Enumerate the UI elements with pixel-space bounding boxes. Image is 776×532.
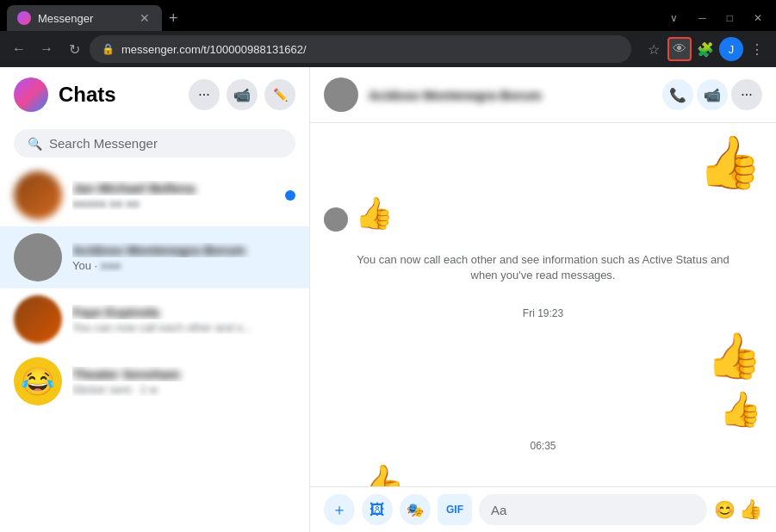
- address-text: messenger.com/t/100000988131662/: [121, 43, 307, 56]
- profile-icon[interactable]: J: [719, 37, 743, 61]
- extension-icon[interactable]: 👁: [667, 37, 692, 61]
- tab-title: Messenger: [38, 12, 131, 25]
- reload-button[interactable]: ↻: [62, 37, 86, 61]
- new-tab-button[interactable]: +: [169, 9, 178, 28]
- message-input[interactable]: Aa: [479, 494, 707, 525]
- message-row: 👍: [324, 389, 762, 430]
- like-button[interactable]: 👍: [739, 498, 762, 521]
- chat-name: Theater Sensham: [72, 367, 295, 381]
- avatar: [14, 295, 62, 343]
- input-placeholder: Aa: [491, 503, 506, 517]
- compose-button[interactable]: ✏️: [264, 79, 295, 110]
- avatar: [14, 233, 62, 281]
- info-text: You can now call each other and see info…: [357, 253, 729, 281]
- message-row: 👍: [324, 137, 762, 189]
- chat-info: Jan Michael Bellena ●●●●● ●● ●●: [72, 181, 275, 210]
- input-right-actions: 😊 👍: [714, 498, 762, 521]
- message-row: 👍: [324, 462, 762, 486]
- unread-dot: [285, 190, 295, 201]
- chat-name: Faye Espinola: [72, 305, 295, 319]
- sticker-icon: 🎭: [407, 502, 424, 518]
- more-options-button[interactable]: ···: [189, 79, 220, 110]
- add-button[interactable]: ＋: [324, 494, 355, 525]
- active-tab[interactable]: Messenger ✕: [7, 5, 162, 31]
- message-row: 👍: [324, 330, 762, 382]
- minimize-button[interactable]: ─: [692, 12, 713, 24]
- time-text: Fri 19:23: [523, 307, 563, 319]
- phone-call-button[interactable]: 📞: [662, 79, 693, 110]
- emoji-button[interactable]: 😊: [714, 499, 736, 520]
- close-button[interactable]: ✕: [747, 12, 769, 24]
- chat-name: Jan Michael Bellena: [72, 181, 275, 195]
- back-button[interactable]: ←: [7, 37, 31, 61]
- tab-favicon: [17, 11, 31, 25]
- message-row: 👍: [324, 195, 762, 232]
- gif-button[interactable]: GIF: [438, 494, 472, 525]
- bookmark-icon[interactable]: ☆: [642, 37, 666, 61]
- sticker-button[interactable]: 🎭: [400, 494, 431, 525]
- thumbs-up-emoji[interactable]: 👍: [698, 137, 762, 189]
- messages-area[interactable]: 👍 👍 You can now call each other and see …: [310, 123, 776, 486]
- chat-item[interactable]: Jan Michael Bellena ●●●●● ●● ●●: [0, 164, 309, 226]
- chat-item[interactable]: 😂 Theater Sensham Sticker sent · 1 w: [0, 350, 309, 412]
- thumbs-up-emoji[interactable]: 👍: [355, 195, 394, 232]
- search-placeholder: Search Messenger: [49, 136, 158, 151]
- maximize-button[interactable]: □: [720, 12, 740, 24]
- info-message: You can now call each other and see info…: [324, 238, 762, 297]
- tab-close-button[interactable]: ✕: [138, 11, 152, 25]
- chat-preview: Sticker sent · 1 w: [72, 383, 295, 396]
- input-area: ＋ 🖼 🎭 GIF Aa 😊 👍: [310, 486, 776, 532]
- image-icon: 🖼: [369, 501, 385, 519]
- contact-name: Acidoso Montenegra Borum: [369, 88, 652, 102]
- chat-info: Theater Sensham Sticker sent · 1 w: [72, 367, 295, 396]
- menu-icon[interactable]: ⋮: [745, 37, 769, 61]
- compose-icon: ✏️: [273, 88, 288, 102]
- puzzle-icon[interactable]: 🧩: [693, 37, 717, 61]
- more-info-button[interactable]: ···: [731, 79, 762, 110]
- search-bar: 🔍 Search Messenger: [0, 122, 309, 164]
- chat-preview: You · ●●●: [72, 259, 295, 272]
- sidebar-actions: ··· 📹 ✏️: [189, 79, 295, 110]
- time-divider: 06:35: [324, 440, 762, 452]
- lock-icon: 🔒: [102, 43, 115, 55]
- chat-preview: You can now call each other and s...: [72, 321, 295, 334]
- avatar: [14, 171, 62, 220]
- chat-item[interactable]: Faye Espinola You can now call each othe…: [0, 288, 309, 350]
- thumbs-up-emoji[interactable]: 👍: [706, 330, 762, 382]
- chevron-down-icon[interactable]: ∨: [663, 12, 685, 24]
- time-text: 06:35: [530, 440, 556, 452]
- address-field[interactable]: 🔒 messenger.com/t/100000988131662/: [90, 35, 631, 63]
- blurred-name: Jan Michael Bellena: [72, 181, 196, 195]
- image-button[interactable]: 🖼: [362, 494, 393, 525]
- contact-info: Acidoso Montenegra Borum: [369, 88, 652, 102]
- chat-list: Jan Michael Bellena ●●●●● ●● ●● Acidoso …: [0, 164, 309, 532]
- time-divider: Fri 19:23: [324, 307, 762, 319]
- thumbs-up-emoji[interactable]: 👍: [719, 389, 762, 430]
- toolbar-icons: ☆ 👁 🧩 J ⋮: [642, 37, 769, 61]
- forward-button[interactable]: →: [34, 37, 59, 61]
- new-video-button[interactable]: 📹: [227, 79, 258, 110]
- video-call-button[interactable]: 📹: [697, 79, 728, 110]
- chat-name: Acidoso Montenegra Borum: [72, 243, 295, 257]
- chat-header-actions: 📞 📹 ···: [662, 79, 762, 110]
- app-container: Chats ··· 📹 ✏️ 🔍 Search Messenger: [0, 67, 776, 532]
- chat-info: Acidoso Montenegra Borum You · ●●●: [72, 243, 295, 272]
- blurred-name: Acidoso Montenegra Borum: [72, 243, 245, 257]
- ellipsis-icon: ···: [741, 87, 752, 102]
- gif-label: GIF: [446, 504, 463, 516]
- chat-area: Acidoso Montenegra Borum 📞 📹 ··· 👍: [310, 67, 776, 532]
- blurred-name: Faye Espinola: [72, 305, 159, 319]
- plus-icon: ＋: [332, 499, 347, 520]
- chat-info: Faye Espinola You can now call each othe…: [72, 305, 295, 334]
- user-avatar[interactable]: [14, 77, 48, 112]
- chat-preview: ●●●●● ●● ●●: [72, 197, 275, 210]
- contact-avatar: [324, 77, 358, 112]
- address-bar-row: ← → ↻ 🔒 messenger.com/t/100000988131662/…: [0, 31, 776, 67]
- blurred-name: Theater Sensham: [72, 367, 180, 381]
- tab-bar: Messenger ✕ + ∨ ─ □ ✕: [0, 0, 776, 31]
- chat-item[interactable]: Acidoso Montenegra Borum You · ●●●: [0, 226, 309, 288]
- video-icon: 📹: [704, 87, 721, 103]
- thumbs-up-emoji[interactable]: 👍: [355, 462, 407, 486]
- search-input[interactable]: 🔍 Search Messenger: [14, 129, 295, 158]
- sidebar-title: Chats: [59, 83, 178, 107]
